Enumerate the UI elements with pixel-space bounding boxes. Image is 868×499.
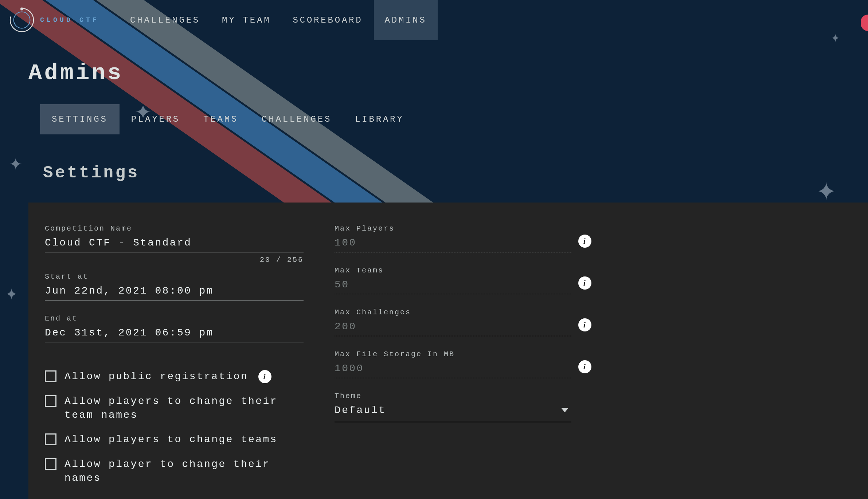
end-at-label: End at bbox=[45, 314, 304, 323]
field-competition-name: Competition Name Cloud CTF - Standard 20… bbox=[45, 224, 304, 252]
info-icon[interactable]: i bbox=[258, 370, 271, 383]
chevron-down-icon[interactable] bbox=[561, 408, 568, 412]
checkbox-change-names-box[interactable] bbox=[45, 458, 56, 470]
end-at-input[interactable]: Dec 31st, 2021 06:59 pm bbox=[45, 323, 304, 342]
checkbox-group: Allow public registration i Allow player… bbox=[45, 370, 304, 485]
field-max-teams: Max Teams 50 i bbox=[335, 266, 571, 294]
competition-name-label: Competition Name bbox=[45, 224, 304, 233]
checkbox-public-registration-label: Allow public registration i bbox=[64, 370, 271, 384]
section-title: Settings bbox=[43, 164, 868, 182]
svg-point-1 bbox=[14, 12, 30, 28]
checkbox-change-team-names: Allow players to change their team names bbox=[45, 394, 304, 422]
settings-panel: Competition Name Cloud CTF - Standard 20… bbox=[28, 203, 868, 499]
info-icon[interactable]: i bbox=[578, 318, 591, 331]
field-end-at: End at Dec 31st, 2021 06:59 pm bbox=[45, 314, 304, 342]
nav-scoreboard[interactable]: SCOREBOARD bbox=[282, 0, 374, 40]
field-theme: Theme Default bbox=[335, 392, 571, 422]
page-title: Admins bbox=[28, 60, 868, 86]
subtab-settings[interactable]: SETTINGS bbox=[40, 104, 120, 134]
start-at-label: Start at bbox=[45, 272, 304, 281]
checkbox-change-team-names-box[interactable] bbox=[45, 395, 56, 407]
start-at-input[interactable]: Jun 22nd, 2021 08:00 pm bbox=[45, 281, 304, 300]
checkbox-change-teams-box[interactable] bbox=[45, 433, 56, 445]
max-challenges-label: Max Challenges bbox=[335, 308, 571, 317]
field-max-challenges: Max Challenges 200 i bbox=[335, 308, 571, 336]
max-teams-input: 50 bbox=[335, 275, 571, 294]
checkbox-change-teams-label: Allow players to change teams bbox=[64, 433, 278, 447]
nav-challenges[interactable]: CHALLENGES bbox=[119, 0, 211, 40]
max-storage-label: Max File Storage In MB bbox=[335, 350, 571, 358]
nav-my-team[interactable]: MY TEAM bbox=[211, 0, 282, 40]
nav-items: CHALLENGES MY TEAM SCOREBOARD ADMINS bbox=[119, 0, 438, 40]
competition-name-counter: 20 / 256 bbox=[260, 256, 304, 264]
admin-subtabs: SETTINGS PLAYERS TEAMS CHALLENGES LIBRAR… bbox=[40, 104, 868, 134]
settings-left-column: Competition Name Cloud CTF - Standard 20… bbox=[45, 224, 304, 496]
sparkle-icon: ✦ bbox=[5, 284, 19, 304]
field-max-storage: Max File Storage In MB 1000 i bbox=[335, 350, 571, 378]
theme-label: Theme bbox=[335, 392, 571, 400]
subtab-library[interactable]: LIBRARY bbox=[343, 104, 415, 134]
max-players-label: Max Players bbox=[335, 224, 571, 233]
max-challenges-input: 200 bbox=[335, 317, 571, 336]
competition-name-input[interactable]: Cloud CTF - Standard bbox=[45, 233, 304, 252]
logo[interactable]: CLOUD CTF bbox=[7, 5, 99, 35]
field-start-at: Start at Jun 22nd, 2021 08:00 pm bbox=[45, 272, 304, 300]
checkbox-change-names: Allow player to change their names bbox=[45, 457, 304, 485]
user-badge[interactable] bbox=[861, 15, 868, 31]
sparkle-icon: ✦ bbox=[9, 153, 23, 175]
info-icon[interactable]: i bbox=[578, 360, 591, 373]
logo-text: CLOUD CTF bbox=[40, 16, 99, 24]
subtab-players[interactable]: PLAYERS bbox=[120, 104, 192, 134]
checkbox-change-team-names-label: Allow players to change their team names bbox=[64, 394, 304, 422]
info-icon[interactable]: i bbox=[578, 235, 591, 248]
settings-right-column: Max Players 100 i Max Teams 50 i Max Cha… bbox=[335, 224, 571, 496]
subtab-challenges[interactable]: CHALLENGES bbox=[250, 104, 343, 134]
field-max-players: Max Players 100 i bbox=[335, 224, 571, 252]
max-teams-label: Max Teams bbox=[335, 266, 571, 275]
theme-select[interactable]: Default bbox=[335, 400, 571, 422]
info-icon[interactable]: i bbox=[578, 276, 591, 290]
checkbox-change-teams: Allow players to change teams bbox=[45, 433, 304, 447]
checkbox-public-registration-box[interactable] bbox=[45, 370, 56, 382]
nav-admins[interactable]: ADMINS bbox=[374, 0, 438, 40]
checkbox-change-names-label: Allow player to change their names bbox=[64, 457, 304, 485]
logo-icon bbox=[7, 5, 36, 35]
max-players-input: 100 bbox=[335, 233, 571, 252]
max-storage-input: 1000 bbox=[335, 358, 571, 378]
checkbox-public-registration: Allow public registration i bbox=[45, 370, 304, 384]
svg-point-2 bbox=[20, 8, 23, 11]
subtab-teams[interactable]: TEAMS bbox=[192, 104, 250, 134]
top-nav: CLOUD CTF CHALLENGES MY TEAM SCOREBOARD … bbox=[0, 0, 868, 40]
